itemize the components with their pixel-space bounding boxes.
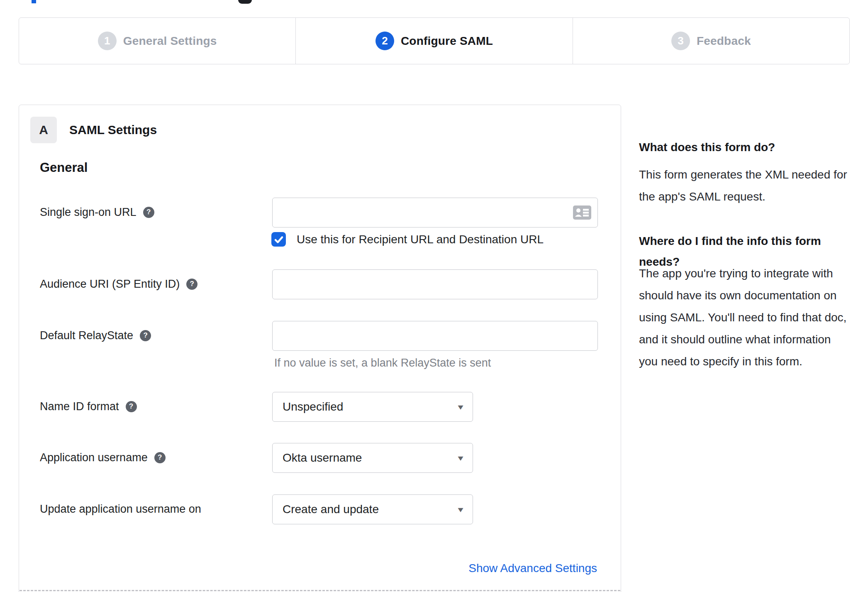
step-label: Feedback: [697, 34, 751, 48]
step-number-badge: 1: [98, 32, 117, 50]
field-label: Name ID format: [40, 400, 119, 413]
cut-off-title-fragment-blue: [32, 0, 36, 3]
field-label: Update application username on: [40, 503, 201, 516]
help-icon[interactable]: ?: [143, 207, 154, 218]
application-username-label-row: Application username ?: [40, 450, 166, 465]
show-advanced-settings-link[interactable]: Show Advanced Settings: [272, 562, 597, 575]
general-section-heading: General: [40, 160, 88, 175]
wizard-stepper: 1 General Settings 2 Configure SAML 3 Fe…: [19, 17, 850, 64]
audience-uri-input[interactable]: [272, 269, 598, 299]
section-dashed-divider: [20, 590, 620, 591]
checkmark-icon: [274, 235, 284, 245]
field-label: Audience URI (SP Entity ID): [40, 278, 180, 291]
select-value: Okta username: [283, 451, 458, 465]
help-icon[interactable]: ?: [186, 279, 197, 290]
update-username-on-select[interactable]: Create and update ▾: [272, 494, 473, 524]
field-label: Application username: [40, 451, 148, 464]
relaystate-input[interactable]: [272, 321, 598, 351]
panel-header: A SAML Settings: [30, 117, 157, 143]
cut-off-title-fragment-black: [238, 0, 252, 4]
relaystate-hint: If no value is set, a blank RelayState i…: [274, 357, 491, 369]
name-id-format-select[interactable]: Unspecified ▾: [272, 392, 473, 422]
select-value: Unspecified: [283, 400, 458, 413]
saml-wizard-page: 1 General Settings 2 Configure SAML 3 Fe…: [0, 0, 868, 592]
field-label: Single sign-on URL: [40, 206, 137, 219]
relaystate-label-row: Default RelayState ?: [40, 328, 151, 343]
step-general-settings[interactable]: 1 General Settings: [19, 18, 295, 64]
chevron-down-icon: ▾: [458, 402, 463, 412]
recipient-url-checkbox[interactable]: [271, 232, 286, 247]
update-username-on-label-row: Update application username on: [40, 501, 201, 516]
name-id-format-label-row: Name ID format ?: [40, 399, 137, 414]
audience-uri-label-row: Audience URI (SP Entity ID) ?: [40, 276, 197, 291]
chevron-down-icon: ▾: [458, 453, 463, 463]
recipient-url-checkbox-row: Use this for Recipient URL and Destinati…: [271, 232, 544, 247]
sidebar-body-what: This form generates the XML needed for t…: [639, 164, 848, 208]
chevron-down-icon: ▾: [458, 504, 463, 514]
step-number-badge: 3: [671, 32, 690, 50]
sidebar-heading-what: What does this form do?: [639, 137, 855, 158]
step-number-badge: 2: [375, 32, 394, 50]
panel-title: SAML Settings: [69, 123, 157, 137]
sso-url-input[interactable]: [272, 198, 598, 228]
step-label: General Settings: [123, 34, 217, 48]
step-label: Configure SAML: [401, 34, 493, 48]
checkbox-label: Use this for Recipient URL and Destinati…: [297, 233, 544, 246]
sso-url-label-row: Single sign-on URL ?: [40, 205, 154, 220]
select-value: Create and update: [283, 503, 458, 516]
application-username-select[interactable]: Okta username ▾: [272, 443, 473, 473]
sidebar-body-where: The app you're trying to integrate with …: [639, 262, 851, 372]
contact-card-icon[interactable]: [573, 205, 591, 220]
sso-url-input-wrap: [272, 198, 598, 228]
saml-settings-panel: A SAML Settings General Single sign-on U…: [19, 105, 621, 592]
help-icon[interactable]: ?: [154, 452, 166, 463]
step-feedback[interactable]: 3 Feedback: [573, 18, 849, 64]
field-label: Default RelayState: [40, 329, 133, 342]
step-configure-saml[interactable]: 2 Configure SAML: [295, 18, 572, 64]
section-a-badge: A: [30, 117, 57, 143]
help-icon[interactable]: ?: [126, 401, 137, 412]
help-icon[interactable]: ?: [140, 330, 151, 341]
